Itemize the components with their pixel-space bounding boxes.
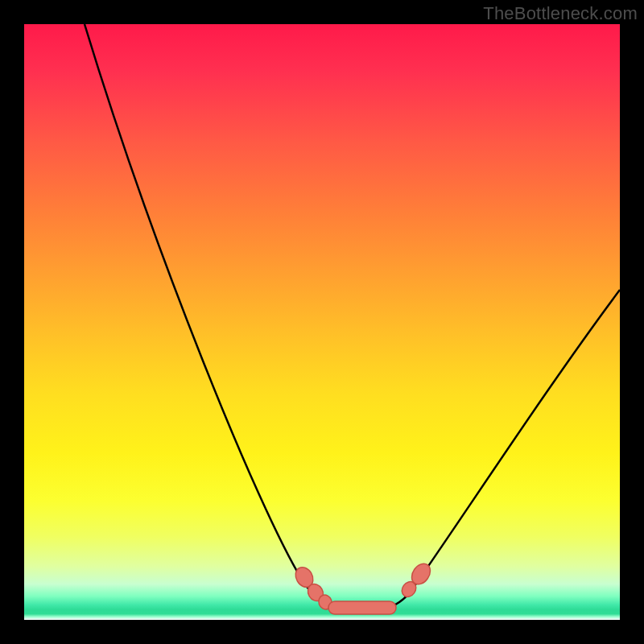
watermark-text: TheBottleneck.com	[483, 3, 638, 24]
chart-background	[24, 24, 620, 620]
